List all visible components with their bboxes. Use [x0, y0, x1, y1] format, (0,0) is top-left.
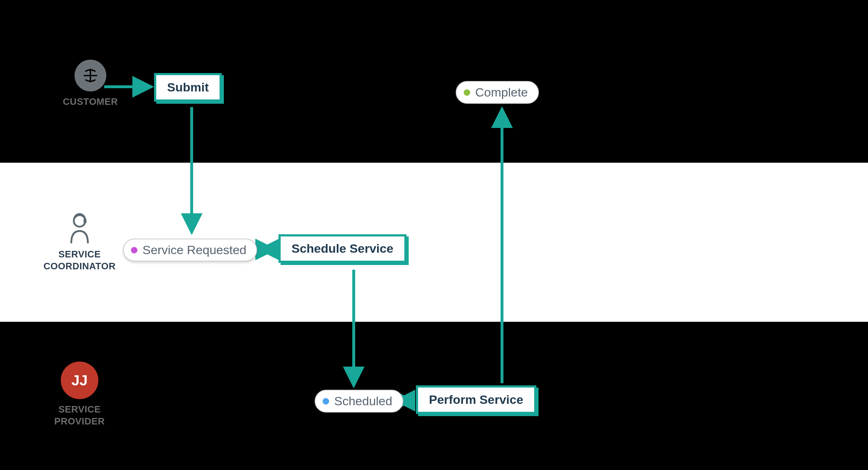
node-submit-label: Submit	[167, 80, 209, 94]
node-service-requested[interactable]: Service Requested	[123, 239, 257, 261]
avatar-initials: JJ	[61, 362, 98, 399]
node-scheduled[interactable]: Scheduled	[315, 390, 403, 413]
diagram-canvas: CUSTOMER SERVICE COORDINATOR JJ SERVICE …	[0, 0, 868, 470]
person-globe-icon	[80, 65, 101, 86]
node-complete[interactable]: Complete	[456, 81, 539, 104]
node-complete-label: Complete	[475, 85, 528, 99]
headset-person-icon	[67, 212, 92, 244]
node-schedule-service[interactable]: Schedule Service	[278, 234, 407, 263]
node-perform-service-label: Perform Service	[429, 393, 523, 406]
actor-customer-label: CUSTOMER	[51, 96, 130, 108]
actor-provider-label: SERVICE PROVIDER	[40, 403, 119, 427]
actor-customer: CUSTOMER	[51, 60, 130, 108]
node-service-requested-label: Service Requested	[142, 243, 246, 257]
node-scheduled-label: Scheduled	[334, 394, 392, 408]
status-dot-icon	[323, 398, 329, 405]
status-dot-icon	[464, 89, 470, 96]
node-schedule-service-label: Schedule Service	[292, 242, 393, 255]
actor-coordinator-label: SERVICE COORDINATOR	[33, 248, 127, 272]
svg-rect-2	[84, 219, 86, 223]
actor-service-coordinator: SERVICE COORDINATOR	[33, 212, 127, 272]
actor-service-provider: JJ SERVICE PROVIDER	[40, 362, 119, 427]
node-submit[interactable]: Submit	[154, 73, 222, 102]
node-perform-service[interactable]: Perform Service	[416, 385, 536, 414]
status-dot-icon	[131, 247, 137, 253]
customer-icon	[75, 60, 106, 91]
